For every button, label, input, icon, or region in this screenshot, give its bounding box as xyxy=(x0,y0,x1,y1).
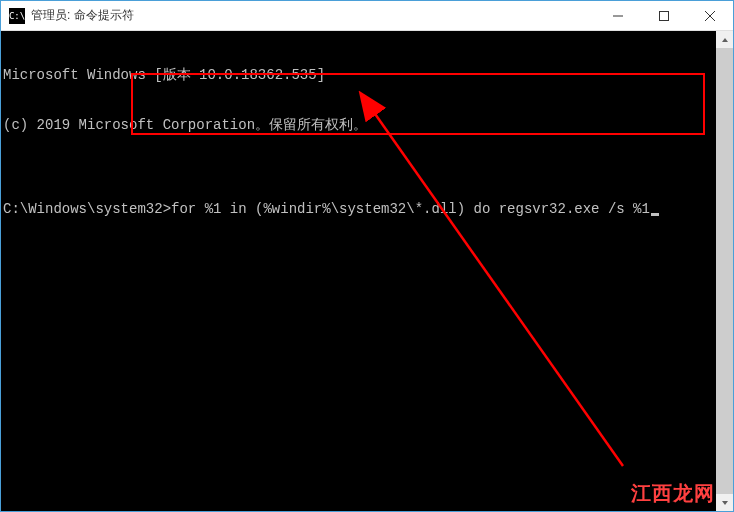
scrollbar-track[interactable] xyxy=(716,48,733,494)
scrollbar-down-button[interactable] xyxy=(716,494,733,511)
scrollbar-thumb[interactable] xyxy=(716,48,733,494)
terminal-body[interactable]: Microsoft Windows [版本 10.0.18362.535] (c… xyxy=(1,31,733,511)
annotation-arrow xyxy=(1,31,733,511)
svg-marker-6 xyxy=(722,38,728,42)
svg-line-5 xyxy=(373,111,623,466)
svg-marker-7 xyxy=(722,501,728,505)
terminal-prompt: C:\Windows\system32> xyxy=(3,201,171,217)
cmd-icon: C:\ xyxy=(9,8,25,24)
maximize-button[interactable] xyxy=(641,1,687,30)
chevron-down-icon xyxy=(721,499,729,507)
window-title: 管理员: 命令提示符 xyxy=(31,7,595,24)
terminal-prompt-line: C:\Windows\system32>for %1 in (%windir%\… xyxy=(3,201,733,218)
command-prompt-window: C:\ 管理员: 命令提示符 Microsoft Windows [版本 10.… xyxy=(0,0,734,512)
titlebar[interactable]: C:\ 管理员: 命令提示符 xyxy=(1,1,733,31)
terminal-command: for %1 in (%windir%\system32\*.dll) do r… xyxy=(171,201,650,217)
maximize-icon xyxy=(659,11,669,21)
close-button[interactable] xyxy=(687,1,733,30)
terminal-line-copyright: (c) 2019 Microsoft Corporation。保留所有权利。 xyxy=(3,117,733,134)
scrollbar-up-button[interactable] xyxy=(716,31,733,48)
svg-rect-1 xyxy=(660,11,669,20)
close-icon xyxy=(705,11,715,21)
window-controls xyxy=(595,1,733,30)
chevron-up-icon xyxy=(721,36,729,44)
minimize-icon xyxy=(613,11,623,21)
minimize-button[interactable] xyxy=(595,1,641,30)
watermark-text: 江西龙网 xyxy=(631,481,715,505)
terminal-line-version: Microsoft Windows [版本 10.0.18362.535] xyxy=(3,67,733,84)
vertical-scrollbar[interactable] xyxy=(716,31,733,511)
terminal-cursor xyxy=(651,213,659,216)
